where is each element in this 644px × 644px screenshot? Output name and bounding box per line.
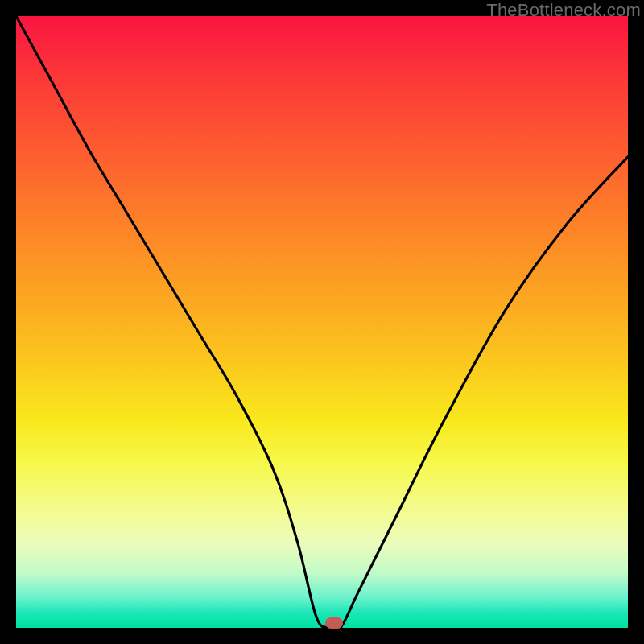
bottleneck-curve: [16, 16, 628, 628]
watermark-text: TheBottleneck.com: [486, 0, 641, 21]
optimal-marker: [325, 617, 343, 629]
plot-area: [16, 16, 628, 628]
chart-frame: TheBottleneck.com: [0, 0, 644, 644]
